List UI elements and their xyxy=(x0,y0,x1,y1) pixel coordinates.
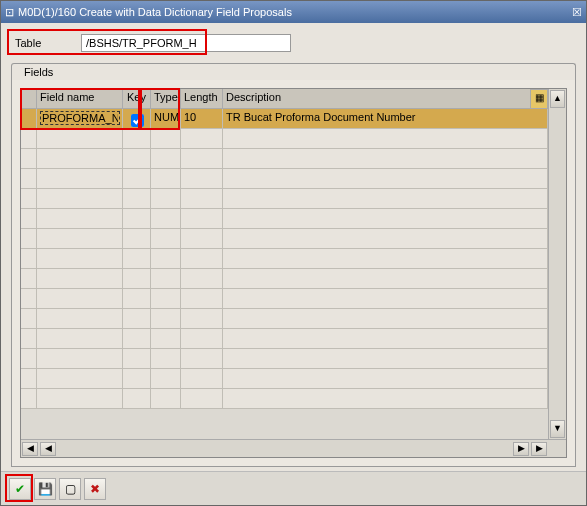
cell-key[interactable] xyxy=(123,369,151,389)
row-selector[interactable] xyxy=(21,209,37,229)
horizontal-scrollbar[interactable]: ◀ ◀ ▶ ▶ xyxy=(21,439,566,457)
cell-field-name[interactable] xyxy=(37,109,123,129)
cell-length[interactable] xyxy=(181,229,223,249)
row-selector[interactable] xyxy=(21,329,37,349)
col-length[interactable]: Length xyxy=(181,89,223,109)
table-row[interactable] xyxy=(21,249,548,269)
row-selector[interactable] xyxy=(21,229,37,249)
cell-field-name[interactable] xyxy=(37,169,123,189)
cell-field-name[interactable] xyxy=(37,189,123,209)
row-selector[interactable] xyxy=(21,269,37,289)
cell-description[interactable] xyxy=(223,369,548,389)
cell-length[interactable] xyxy=(181,129,223,149)
cell-length[interactable] xyxy=(181,369,223,389)
col-field-name[interactable]: Field name xyxy=(37,89,123,109)
scroll-down-icon[interactable]: ▼ xyxy=(550,420,565,438)
cell-type[interactable] xyxy=(151,269,181,289)
table-row[interactable] xyxy=(21,229,548,249)
cell-key[interactable] xyxy=(123,149,151,169)
cell-type[interactable] xyxy=(151,349,181,369)
cell-key[interactable] xyxy=(123,389,151,409)
save-button[interactable]: 💾 xyxy=(34,478,56,500)
grid-config-button[interactable]: ▦ xyxy=(530,89,548,109)
cell-type[interactable] xyxy=(151,149,181,169)
new-button[interactable]: ▢ xyxy=(59,478,81,500)
cell-field-name[interactable] xyxy=(37,309,123,329)
vertical-scrollbar[interactable]: ▲ ▼ xyxy=(548,89,566,439)
row-selector[interactable] xyxy=(21,369,37,389)
cell-field-name[interactable] xyxy=(37,129,123,149)
cell-key[interactable] xyxy=(123,209,151,229)
table-row[interactable] xyxy=(21,309,548,329)
table-row[interactable] xyxy=(21,169,548,189)
cell-type[interactable] xyxy=(151,329,181,349)
cell-type[interactable] xyxy=(151,169,181,189)
cell-description[interactable] xyxy=(223,269,548,289)
cell-field-name[interactable] xyxy=(37,349,123,369)
row-selector[interactable] xyxy=(21,149,37,169)
table-row[interactable] xyxy=(21,209,548,229)
table-row[interactable] xyxy=(21,189,548,209)
table-row[interactable] xyxy=(21,269,548,289)
cell-length[interactable]: 10 xyxy=(181,109,223,129)
cell-field-name[interactable] xyxy=(37,369,123,389)
cell-length[interactable] xyxy=(181,249,223,269)
cell-length[interactable] xyxy=(181,269,223,289)
cell-key[interactable] xyxy=(123,109,151,129)
cell-field-name[interactable] xyxy=(37,389,123,409)
cell-length[interactable] xyxy=(181,149,223,169)
cell-length[interactable] xyxy=(181,309,223,329)
cell-description[interactable] xyxy=(223,149,548,169)
row-selector[interactable] xyxy=(21,129,37,149)
table-row[interactable] xyxy=(21,289,548,309)
cell-type[interactable] xyxy=(151,209,181,229)
cell-type[interactable] xyxy=(151,129,181,149)
scroll-up-icon[interactable]: ▲ xyxy=(550,90,565,108)
row-selector[interactable] xyxy=(21,349,37,369)
cell-field-name[interactable] xyxy=(37,249,123,269)
scroll-right-icon[interactable]: ▶ xyxy=(513,442,529,456)
cell-field-name[interactable] xyxy=(37,209,123,229)
table-row[interactable] xyxy=(21,149,548,169)
table-name-input[interactable] xyxy=(81,34,291,52)
cancel-button[interactable]: ✖ xyxy=(84,478,106,500)
cell-key[interactable] xyxy=(123,189,151,209)
cell-length[interactable] xyxy=(181,189,223,209)
row-selector[interactable] xyxy=(21,169,37,189)
cell-type[interactable] xyxy=(151,369,181,389)
cell-type[interactable] xyxy=(151,229,181,249)
cell-description[interactable] xyxy=(223,209,548,229)
col-description[interactable]: Description xyxy=(223,89,548,109)
field-name-input[interactable] xyxy=(40,111,120,125)
cell-description[interactable]: TR Bucat Proforma Document Number xyxy=(223,109,548,129)
cell-description[interactable] xyxy=(223,309,548,329)
cell-description[interactable] xyxy=(223,229,548,249)
table-row[interactable]: NUMC10TR Bucat Proforma Document Number xyxy=(21,109,548,129)
cell-type[interactable] xyxy=(151,309,181,329)
cell-key[interactable] xyxy=(123,269,151,289)
scroll-left-icon[interactable]: ◀ xyxy=(40,442,56,456)
cell-description[interactable] xyxy=(223,169,548,189)
close-icon[interactable]: ☒ xyxy=(572,6,582,19)
cell-field-name[interactable] xyxy=(37,289,123,309)
cell-key[interactable] xyxy=(123,229,151,249)
row-selector[interactable] xyxy=(21,289,37,309)
cell-length[interactable] xyxy=(181,389,223,409)
tab-fields[interactable]: Fields xyxy=(11,63,576,80)
scroll-left-start-icon[interactable]: ◀ xyxy=(22,442,38,456)
cell-description[interactable] xyxy=(223,189,548,209)
cell-description[interactable] xyxy=(223,249,548,269)
col-select-all[interactable] xyxy=(21,89,37,109)
cell-key[interactable] xyxy=(123,249,151,269)
cell-length[interactable] xyxy=(181,209,223,229)
cell-field-name[interactable] xyxy=(37,269,123,289)
cell-field-name[interactable] xyxy=(37,229,123,249)
col-key[interactable]: Key xyxy=(123,89,151,109)
cell-field-name[interactable] xyxy=(37,329,123,349)
table-row[interactable] xyxy=(21,129,548,149)
cell-key[interactable] xyxy=(123,349,151,369)
col-type[interactable]: Type xyxy=(151,89,181,109)
cell-key[interactable] xyxy=(123,329,151,349)
cell-description[interactable] xyxy=(223,329,548,349)
key-checkbox[interactable] xyxy=(131,114,144,127)
